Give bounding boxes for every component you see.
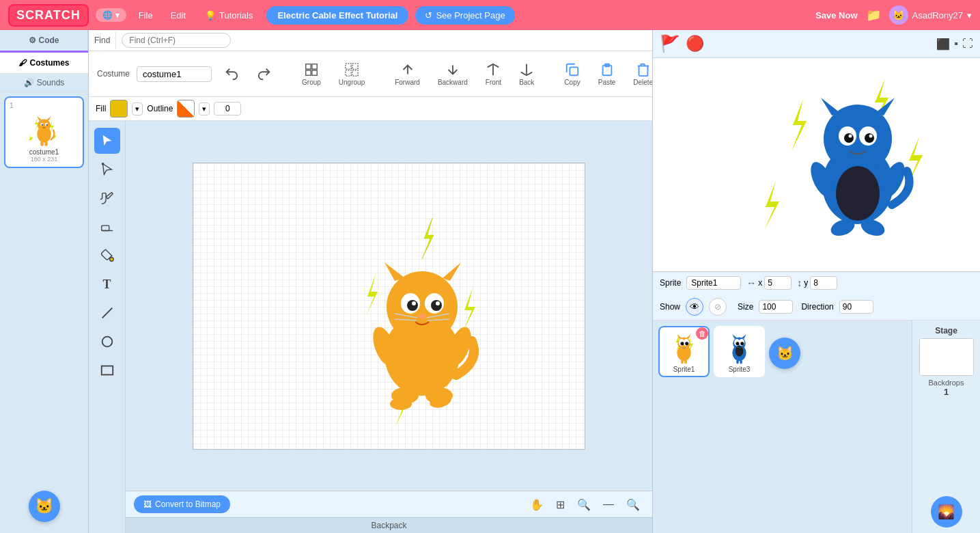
select-tool-btn[interactable]	[94, 128, 120, 154]
svg-point-80	[736, 346, 744, 356]
file-menu[interactable]: File	[133, 8, 158, 23]
svg-point-79	[740, 342, 744, 345]
forward-label: Forward	[395, 79, 420, 86]
tab-costumes[interactable]: 🖌 Costumes	[0, 51, 88, 74]
center-btn[interactable]: ⊞	[552, 497, 569, 512]
show-hidden-btn[interactable]: ⊘	[709, 298, 727, 316]
direction-input[interactable]	[839, 300, 873, 314]
front-btn[interactable]: Front	[480, 59, 507, 89]
edit-menu[interactable]: Edit	[165, 8, 191, 23]
eraser-tool-btn[interactable]	[94, 214, 120, 240]
svg-point-57	[869, 135, 873, 138]
show-visible-btn[interactable]: 👁	[686, 298, 703, 316]
svg-point-36	[419, 314, 425, 319]
folder-icon[interactable]: 📁	[866, 8, 881, 23]
canvas-bg[interactable]	[193, 163, 585, 450]
zoom-reset-btn[interactable]: —	[599, 497, 618, 512]
svg-rect-15	[352, 63, 358, 68]
convert-to-bitmap-btn[interactable]: 🖼 Convert to Bitmap	[134, 495, 230, 513]
language-selector[interactable]: 🌐 ▾	[96, 8, 126, 22]
fullscreen-btn[interactable]: ⛶	[962, 38, 973, 51]
delete-btn[interactable]: Delete	[628, 59, 652, 89]
copy-label: Copy	[564, 79, 580, 86]
rect-tool-btn[interactable]	[94, 357, 120, 383]
svg-rect-25	[101, 366, 113, 375]
fill-dropdown[interactable]: ▾	[132, 102, 143, 115]
svg-point-22	[109, 258, 113, 262]
zoom-in-btn[interactable]: 🔍	[622, 497, 644, 512]
forward-btn[interactable]: Forward	[389, 59, 425, 89]
outline-color-swatch[interactable]	[177, 100, 195, 118]
svg-rect-81	[736, 360, 738, 364]
sprite3-img	[719, 330, 760, 364]
find-input-wrap	[116, 30, 236, 51]
zoom-out-btn[interactable]: 🔍	[573, 497, 595, 512]
stage-thumbnail[interactable]	[919, 338, 974, 376]
project-title-btn[interactable]: Electric Cable Effect Tutorial	[266, 6, 408, 25]
tab-sounds[interactable]: 🔊 Sounds	[0, 74, 88, 92]
add-backdrop-btn[interactable]: 🌄	[931, 496, 962, 528]
tab-code[interactable]: ⚙ Code	[0, 30, 88, 51]
add-sprite-btn[interactable]: 🐱	[769, 338, 800, 369]
svg-point-27	[387, 271, 458, 342]
small-stage-btn[interactable]: ⬛	[936, 38, 950, 51]
back-btn[interactable]: Back	[514, 59, 540, 89]
svg-marker-49	[821, 98, 840, 115]
svg-rect-17	[352, 70, 358, 75]
line-tool-btn[interactable]	[94, 300, 120, 326]
redo-btn[interactable]	[251, 64, 277, 84]
paste-btn[interactable]: Paste	[593, 59, 621, 89]
stage-view	[653, 58, 980, 272]
svg-point-33	[431, 300, 442, 311]
outline-dropdown[interactable]: ▾	[199, 102, 210, 115]
add-costume-btn[interactable]: 🐱	[29, 491, 60, 522]
fill-tool-btn[interactable]	[94, 243, 120, 269]
y-input[interactable]	[810, 276, 837, 290]
svg-point-6	[42, 124, 43, 125]
fill-color-swatch[interactable]	[110, 100, 128, 118]
find-label: Find	[89, 31, 116, 49]
sprite-card-sprite3[interactable]: Sprite3	[714, 326, 765, 377]
costume-preview	[20, 109, 68, 147]
stage-side-panel: Stage Backdrops 1 🌄	[912, 320, 980, 534]
costume-name-input[interactable]	[137, 66, 212, 82]
sprite1-delete-btn[interactable]: 🗑	[696, 327, 708, 340]
see-project-btn[interactable]: ↺ See Project Page	[415, 6, 514, 25]
green-flag-btn[interactable]: 🚩	[660, 34, 680, 53]
backward-label: Backward	[438, 79, 468, 86]
user-menu[interactable]: 🐱 AsadRony27 ▾	[889, 5, 972, 25]
svg-point-54	[844, 133, 854, 143]
costume-label: costume1	[10, 148, 79, 156]
svg-point-7	[46, 124, 48, 125]
backward-btn[interactable]: Backward	[432, 59, 473, 89]
sprite-card-sprite1[interactable]: 🗑	[658, 326, 710, 377]
reshape-tool-btn[interactable]	[94, 156, 120, 182]
x-input[interactable]	[764, 276, 792, 290]
size-input[interactable]	[759, 300, 793, 314]
scratch-logo: SCRATCH	[8, 4, 89, 27]
tutorials-btn[interactable]: 💡 Tutorials	[198, 8, 260, 23]
outline-value[interactable]	[214, 102, 241, 115]
svg-rect-71	[684, 360, 686, 364]
circle-tool-btn[interactable]	[94, 329, 120, 355]
group-btn[interactable]: Group	[296, 59, 326, 89]
ungroup-label: Ungroup	[339, 79, 365, 86]
undo-btn[interactable]	[219, 64, 244, 84]
brush-tool-btn[interactable]	[94, 185, 120, 211]
hand-tool-btn[interactable]: ✋	[526, 497, 548, 512]
copy-btn[interactable]: Copy	[559, 59, 585, 89]
normal-stage-btn[interactable]: ▪	[954, 38, 958, 51]
sprite3-label: Sprite3	[718, 366, 761, 373]
text-tool-btn[interactable]: T	[94, 271, 120, 297]
x-label: x	[758, 278, 762, 288]
stop-btn[interactable]: 🔴	[686, 35, 704, 53]
svg-rect-16	[346, 70, 351, 75]
canvas-area[interactable]	[126, 121, 652, 491]
find-input[interactable]	[122, 33, 231, 48]
sprite-name-input[interactable]	[686, 276, 741, 290]
paint-icon: 🖌	[18, 58, 27, 68]
save-now-btn[interactable]: Save Now	[815, 10, 857, 20]
ungroup-btn[interactable]: Ungroup	[333, 59, 370, 89]
backdrops-count: 1	[944, 387, 949, 397]
costume-item[interactable]: 1	[4, 96, 84, 168]
